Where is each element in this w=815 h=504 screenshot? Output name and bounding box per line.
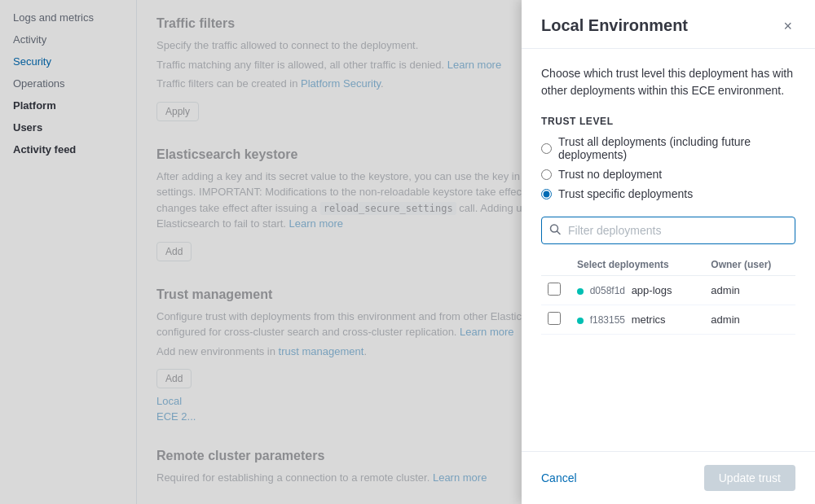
search-deployments-input[interactable] <box>541 217 795 244</box>
owner-cell-app-logs: admin <box>704 276 795 305</box>
deployments-table: Select deployments Owner (user) d058f1d … <box>541 254 795 335</box>
radio-trust-none-input[interactable] <box>541 169 552 180</box>
radio-trust-specific-label: Trust specific deployments <box>558 187 693 200</box>
search-container <box>541 217 795 244</box>
col-select-deployments: Select deployments <box>570 254 704 276</box>
modal-title: Local Environment <box>541 16 688 35</box>
cancel-button[interactable]: Cancel <box>541 465 577 491</box>
status-dot-app-logs <box>577 288 584 295</box>
col-checkbox <box>541 254 570 276</box>
col-owner: Owner (user) <box>704 254 795 276</box>
radio-trust-specific[interactable]: Trust specific deployments <box>541 187 795 200</box>
deployment-name-cell: f183155 metrics <box>570 305 704 335</box>
deploy-id-metrics: f183155 <box>590 314 625 326</box>
modal-body: Choose which trust level this deployment… <box>522 49 815 451</box>
modal: Local Environment × Choose which trust l… <box>522 0 815 504</box>
svg-line-1 <box>557 231 561 234</box>
search-icon <box>549 224 561 238</box>
radio-trust-specific-input[interactable] <box>541 189 552 199</box>
deployment-checkbox-app-logs[interactable] <box>548 283 561 296</box>
trust-level-label: Trust level <box>541 116 795 127</box>
row-checkbox-cell[interactable] <box>541 276 570 305</box>
radio-trust-all-input[interactable] <box>541 143 552 154</box>
status-dot-metrics <box>577 318 584 324</box>
deploy-id-app-logs: d058f1d <box>590 285 625 296</box>
deploy-name-app-logs: app-logs <box>632 284 672 296</box>
radio-trust-all-label: Trust all deployments (including future … <box>558 135 795 161</box>
modal-footer: Cancel Update trust <box>522 451 815 504</box>
update-trust-button[interactable]: Update trust <box>704 465 795 491</box>
radio-trust-none[interactable]: Trust no deployment <box>541 168 795 181</box>
radio-trust-all[interactable]: Trust all deployments (including future … <box>541 135 795 161</box>
deploy-name-metrics: metrics <box>632 313 666 326</box>
radio-group: Trust all deployments (including future … <box>541 135 795 200</box>
row-checkbox-cell[interactable] <box>541 305 570 335</box>
modal-description: Choose which trust level this deployment… <box>541 65 795 99</box>
owner-cell-metrics: admin <box>704 305 795 335</box>
modal-close-button[interactable]: × <box>780 17 795 35</box>
modal-header: Local Environment × <box>522 0 815 49</box>
deployment-checkbox-metrics[interactable] <box>548 312 561 325</box>
deployment-name-cell: d058f1d app-logs <box>570 276 704 305</box>
modal-overlay: Local Environment × Choose which trust l… <box>0 0 815 504</box>
table-row: d058f1d app-logs admin <box>541 276 795 305</box>
table-row: f183155 metrics admin <box>541 305 795 335</box>
radio-trust-none-label: Trust no deployment <box>558 168 662 181</box>
